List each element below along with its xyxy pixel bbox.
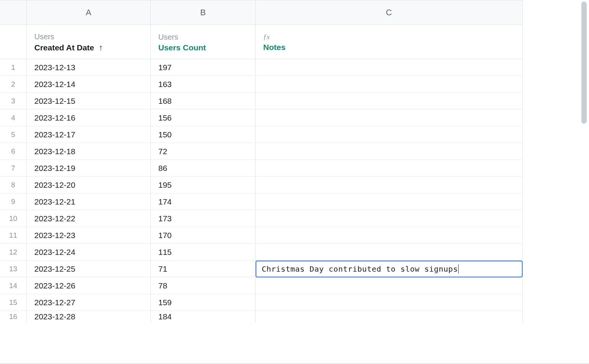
- cell-note[interactable]: [256, 76, 523, 93]
- cell-date[interactable]: 2023-12-23: [27, 227, 151, 244]
- cell-date[interactable]: 2023-12-28: [27, 311, 151, 322]
- vertical-scrollbar-thumb[interactable]: [581, 2, 587, 124]
- row-number[interactable]: 2: [0, 76, 27, 93]
- cell-count[interactable]: 72: [151, 143, 256, 160]
- field-header-created-at[interactable]: Users Created At Date ↑: [27, 25, 151, 59]
- cell-date[interactable]: 2023-12-13: [27, 59, 151, 76]
- field-header-notes[interactable]: ƒx Notes: [256, 25, 523, 59]
- cell-note[interactable]: [256, 244, 523, 261]
- spreadsheet-grid: A B C Users Created At Date ↑ Users User…: [0, 0, 523, 322]
- field-header-corner: [0, 25, 27, 59]
- field-name-label: Notes: [263, 43, 515, 52]
- cell-date[interactable]: 2023-12-26: [27, 277, 151, 294]
- row-number[interactable]: 16: [0, 311, 27, 322]
- cell-note[interactable]: [256, 160, 523, 177]
- cell-date[interactable]: 2023-12-19: [27, 160, 151, 177]
- row-number[interactable]: 14: [0, 277, 27, 294]
- cell-date[interactable]: 2023-12-25: [27, 261, 151, 277]
- cell-count[interactable]: 163: [151, 76, 256, 93]
- cell-note[interactable]: [256, 59, 523, 76]
- row-number[interactable]: 9: [0, 193, 27, 210]
- cell-date[interactable]: 2023-12-24: [27, 244, 151, 261]
- column-header-B[interactable]: B: [151, 0, 256, 25]
- cell-count[interactable]: 168: [151, 93, 256, 110]
- cell-count[interactable]: 156: [151, 110, 256, 126]
- row-number[interactable]: 7: [0, 160, 27, 177]
- field-name-label: Users Count: [158, 43, 248, 52]
- row-number[interactable]: 15: [0, 294, 27, 311]
- formula-icon: ƒx: [263, 33, 515, 41]
- cell-note[interactable]: [256, 210, 523, 227]
- cell-note[interactable]: [256, 126, 523, 143]
- text-cursor: [458, 264, 459, 274]
- cell-note[interactable]: [256, 277, 523, 294]
- cell-count[interactable]: 159: [151, 294, 256, 311]
- cell-note[interactable]: [256, 177, 523, 193]
- cell-date[interactable]: 2023-12-15: [27, 93, 151, 110]
- corner-cell: [0, 0, 27, 25]
- cell-count[interactable]: 71: [151, 261, 256, 277]
- cell-count[interactable]: 184: [151, 311, 256, 322]
- cell-date[interactable]: 2023-12-20: [27, 177, 151, 193]
- field-header-users-count[interactable]: Users Users Count: [151, 25, 256, 59]
- cell-count[interactable]: 174: [151, 193, 256, 210]
- cell-count[interactable]: 173: [151, 210, 256, 227]
- sort-asc-icon[interactable]: ↑: [99, 43, 103, 53]
- cell-note[interactable]: [256, 227, 523, 244]
- row-number[interactable]: 1: [0, 59, 27, 76]
- column-header-C[interactable]: C: [256, 0, 523, 25]
- column-header-A[interactable]: A: [27, 0, 151, 25]
- cell-date[interactable]: 2023-12-22: [27, 210, 151, 227]
- cell-count[interactable]: 170: [151, 227, 256, 244]
- cell-note[interactable]: [256, 110, 523, 126]
- cell-count[interactable]: 195: [151, 177, 256, 193]
- cell-date[interactable]: 2023-12-17: [27, 126, 151, 143]
- field-source-label: Users: [34, 32, 143, 41]
- cell-note[interactable]: [256, 93, 523, 110]
- row-number[interactable]: 11: [0, 227, 27, 244]
- cell-note[interactable]: [256, 311, 523, 322]
- row-number[interactable]: 12: [0, 244, 27, 261]
- row-number[interactable]: 6: [0, 143, 27, 160]
- cell-date[interactable]: 2023-12-21: [27, 193, 151, 210]
- row-number[interactable]: 13: [0, 261, 27, 277]
- cell-note[interactable]: [256, 143, 523, 160]
- cell-count[interactable]: 115: [151, 244, 256, 261]
- row-number[interactable]: 3: [0, 93, 27, 110]
- row-number[interactable]: 10: [0, 210, 27, 227]
- field-name-label: Created At Date ↑: [34, 43, 143, 53]
- cell-date[interactable]: 2023-12-27: [27, 294, 151, 311]
- cell-date[interactable]: 2023-12-18: [27, 143, 151, 160]
- cell-note[interactable]: [256, 193, 523, 210]
- cell-count[interactable]: 86: [151, 160, 256, 177]
- cell-count[interactable]: 197: [151, 59, 256, 76]
- row-number[interactable]: 4: [0, 110, 27, 126]
- cell-date[interactable]: 2023-12-14: [27, 76, 151, 93]
- cell-note-editing[interactable]: Christmas Day contributed to slow signup…: [256, 261, 523, 277]
- cell-count[interactable]: 150: [151, 126, 256, 143]
- cell-count[interactable]: 78: [151, 277, 256, 294]
- row-number[interactable]: 5: [0, 126, 27, 143]
- cell-date[interactable]: 2023-12-16: [27, 110, 151, 126]
- field-source-label: Users: [158, 33, 248, 42]
- cell-note[interactable]: [256, 294, 523, 311]
- row-number[interactable]: 8: [0, 177, 27, 193]
